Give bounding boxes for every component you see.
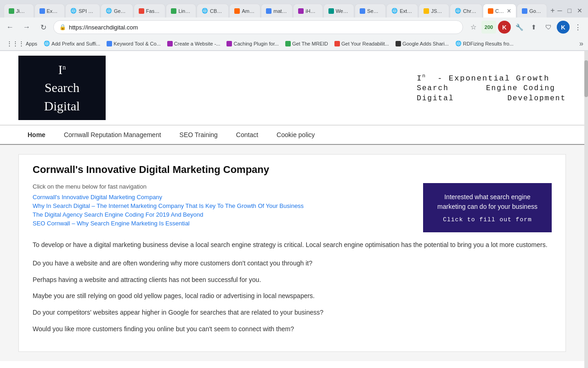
nav-link-2[interactable]: Why In Search Digital – The Internet Mar… [33, 202, 414, 209]
tab-favicon-17 [522, 8, 527, 14]
tab-label-13: Exte... [400, 8, 413, 14]
bookmark-4[interactable]: Caching Plugin for... [224, 40, 281, 47]
close-icon[interactable]: ✕ [577, 7, 582, 14]
tab-4[interactable]: 🌐 Geor... [101, 4, 133, 17]
bookmark-6[interactable]: Get Your Readabilit... [332, 40, 392, 47]
body-text-2-line4: Do your competitors' websites appear hig… [33, 307, 552, 318]
reload-button[interactable]: ↻ [37, 21, 50, 34]
bookmark-label-3: Create a Website -... [174, 41, 220, 46]
tab-favicon-14 [424, 8, 429, 14]
apps-icon: ⋮⋮⋮ [6, 40, 24, 47]
bookmark-7[interactable]: Google Adds Shari... [393, 40, 452, 47]
tab-9[interactable]: matc... [261, 4, 293, 17]
tab-14[interactable]: JSO... [418, 4, 449, 17]
scrollbar-thumb[interactable] [584, 60, 588, 97]
bookmark-3[interactable]: Create a Website -... [164, 40, 223, 47]
body-paragraph-1: To develop or have a digital marketing b… [33, 240, 552, 251]
url-bar[interactable]: 🔒 https://insearchdigital.com [53, 20, 463, 34]
tab-favicon-5 [139, 8, 144, 14]
tab-8[interactable]: Ama... [229, 4, 260, 17]
nav-item-home[interactable]: Home [18, 126, 55, 144]
tab-label-7: CBD... [210, 8, 224, 14]
page-heading: Cornwall's Innovative Digital Marketing … [33, 164, 552, 176]
bookmarks-overflow-button[interactable]: » [578, 39, 584, 49]
tab-favicon-9 [266, 8, 271, 14]
tab-label-2: Expi... [47, 8, 60, 14]
bookmark-2[interactable]: Keyword Tool & Co... [104, 40, 164, 47]
tab-11[interactable]: Web... [323, 4, 355, 17]
extension-btn-4[interactable]: 🛡 [542, 21, 555, 34]
tab-5[interactable]: Fash... [134, 4, 166, 17]
title-bar: Jimr... Expi... 🌐 SPI C... 🌐 Geor... Fas… [0, 0, 588, 17]
bookmark-favicon-4 [226, 41, 232, 46]
tab-label-17: Goo... [529, 8, 542, 14]
tab-12[interactable]: Sear... [355, 4, 386, 17]
url-text: https://insearchdigital.com [69, 24, 457, 31]
tab-label-6: Link... [178, 8, 191, 14]
tabs-bar: Jimr... Expi... 🌐 SPI C... 🌐 Geor... Fas… [4, 4, 558, 17]
extension-btn-2[interactable]: 🔧 [513, 21, 526, 34]
bookmark-5[interactable]: Get The MREID [283, 40, 331, 47]
tab-1[interactable]: Jimr... [4, 4, 34, 17]
bookmark-label-1: Add Prefix and Suffi... [51, 41, 100, 46]
tab-13[interactable]: 🌐 Exte... [386, 4, 418, 17]
cta-button[interactable]: Click to fill out form [443, 216, 532, 223]
tab-16-active[interactable]: CHA ✕ [483, 4, 516, 17]
nav-link-home[interactable]: Home [18, 126, 55, 144]
nav-link-1[interactable]: Cornwall's Innovative Digital Marketing … [33, 194, 414, 201]
profile-k-button[interactable]: K [498, 21, 511, 34]
nav-item-cornwall[interactable]: Cornwall Reputation Management [55, 126, 170, 144]
tab-3[interactable]: 🌐 SPI C... [65, 4, 100, 17]
new-tab-button[interactable]: + [548, 4, 557, 17]
logo-text: In Search Digital [44, 61, 80, 115]
tab-label-3: SPI C... [79, 8, 95, 14]
tagline-line2: Search Engine Coding [417, 84, 566, 92]
back-button[interactable]: ← [4, 21, 17, 34]
nav-link-3[interactable]: The Digital Agency Search Engine Coding … [33, 211, 414, 218]
maximize-icon[interactable]: □ [568, 7, 571, 14]
tab-favicon-16 [488, 8, 493, 14]
tab-10[interactable]: iHO... [293, 4, 322, 17]
tab-favicon-8 [234, 8, 240, 14]
tab-label-5: Fash... [146, 8, 161, 14]
nav-item-cookie[interactable]: Cookie policy [267, 126, 324, 144]
minimize-icon[interactable]: ─ [558, 7, 562, 14]
forward-button[interactable]: → [20, 21, 33, 34]
bookmark-favicon-3 [167, 41, 173, 46]
nav-item-contact[interactable]: Contact [227, 126, 267, 144]
extension-200-button[interactable]: 200 [481, 21, 496, 34]
nav-link-cookie[interactable]: Cookie policy [267, 126, 324, 144]
nav-item-seo[interactable]: SEO Training [170, 126, 227, 144]
tab-close-16[interactable]: ✕ [507, 8, 511, 14]
extension-btn-3[interactable]: ⬆ [527, 21, 540, 34]
toolbar: ← → ↻ 🔒 https://insearchdigital.com ☆ 20… [0, 17, 588, 37]
menu-button[interactable]: ⋮ [571, 21, 584, 34]
nav-link-seo[interactable]: SEO Training [170, 126, 227, 144]
bookmark-8[interactable]: 🌐 RDFizing Results fro... [452, 40, 516, 47]
tab-label-12: Sear... [367, 8, 381, 14]
bookmark-label-7: Google Adds Shari... [402, 41, 449, 46]
scrollbar[interactable] [584, 51, 588, 368]
bookmark-star-button[interactable]: ☆ [467, 21, 480, 34]
tab-15[interactable]: 🌐 Chro... [450, 4, 482, 17]
bookmark-favicon-7 [396, 41, 401, 46]
body-text-2-line2: Perhaps having a website and attracting … [33, 275, 552, 286]
tab-17[interactable]: Goo... [517, 4, 547, 17]
tab-2[interactable]: Expi... [34, 4, 65, 17]
nav-link-cornwall[interactable]: Cornwall Reputation Management [55, 126, 170, 144]
site-nav: Home Cornwall Reputation Management SEO … [0, 125, 584, 145]
bookmark-apps[interactable]: ⋮⋮⋮ Apps [4, 39, 40, 48]
tab-7[interactable]: 🌐 CBD... [197, 4, 229, 17]
nav-link-4[interactable]: SEO Cornwall – Why Search Engine Marketi… [33, 220, 414, 227]
page-inner: In Search Digital In - Exponential Growt… [0, 51, 584, 368]
tab-label-4: Geor... [114, 8, 128, 14]
bookmark-1[interactable]: 🌐 Add Prefix and Suffi... [41, 40, 103, 47]
nav-links: Click on the menu below for fast navigat… [33, 183, 414, 227]
nav-link-contact[interactable]: Contact [227, 126, 267, 144]
profile-k2-button[interactable]: K [557, 21, 570, 34]
tab-favicon-11 [328, 8, 334, 14]
bookmark-favicon-8: 🌐 [455, 40, 462, 46]
cta-box: Interested what search engine marketing … [423, 183, 552, 232]
tab-favicon-3: 🌐 [70, 8, 77, 14]
tab-6[interactable]: Link... [166, 4, 196, 17]
